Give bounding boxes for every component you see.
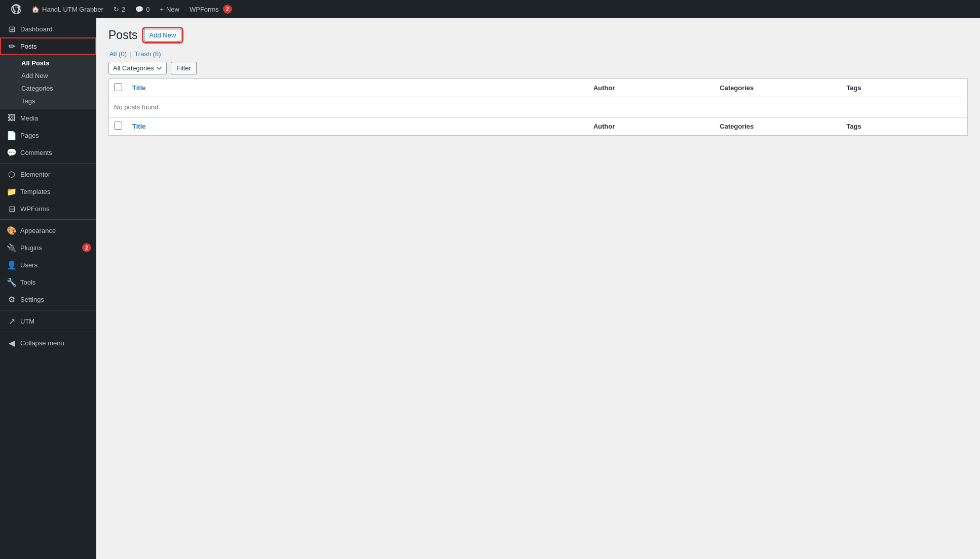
- sidebar-item-settings[interactable]: ⚙ Settings: [0, 291, 96, 308]
- table-footer-author: Author: [588, 117, 714, 136]
- adminbar-updates-count: 2: [122, 6, 125, 13]
- filter-button[interactable]: Filter: [171, 62, 197, 74]
- filter-trash-count: (8): [153, 50, 161, 58]
- sidebar-settings-label: Settings: [20, 296, 44, 303]
- add-new-post-label: Add New: [21, 72, 48, 79]
- sidebar-appearance-label: Appearance: [20, 227, 56, 234]
- wpforms-icon: ⊟: [7, 204, 16, 213]
- table-header-title: Title: [127, 79, 588, 97]
- page-header: Posts Add New: [108, 28, 968, 42]
- main-content: Posts Add New All (0) | Trash (8) All Ca…: [96, 18, 980, 559]
- filter-all-count: (0): [119, 50, 127, 58]
- appearance-icon: 🎨: [7, 226, 16, 235]
- sidebar-item-users[interactable]: 👤 Users: [0, 256, 96, 273]
- table-controls: All Categories Filter: [108, 62, 968, 74]
- sidebar-item-tools[interactable]: 🔧 Tools: [0, 273, 96, 291]
- table-footer-title-link[interactable]: Title: [132, 123, 146, 130]
- all-posts-label: All Posts: [21, 59, 50, 67]
- sidebar-divider-2: [0, 219, 96, 220]
- adminbar-wpforms-badge: 2: [223, 5, 232, 14]
- collapse-icon: ◀: [7, 338, 16, 347]
- sidebar-item-posts[interactable]: ✏ Posts: [0, 37, 96, 55]
- sidebar-item-elementor[interactable]: ⬡ Elementor: [0, 166, 96, 183]
- utm-icon: ↗: [7, 316, 16, 326]
- sidebar-item-media[interactable]: 🖼 Media: [0, 109, 96, 127]
- table-no-posts-row: No posts found.: [109, 97, 968, 117]
- table-header-title-link[interactable]: Title: [132, 84, 146, 92]
- sidebar-pages-label: Pages: [20, 132, 39, 139]
- sidebar-wpforms-label: WPForms: [20, 205, 50, 213]
- footer-select-all-checkbox[interactable]: [114, 122, 122, 130]
- adminbar-new[interactable]: + New: [155, 0, 184, 18]
- home-icon: 🏠: [31, 6, 40, 13]
- sidebar-item-plugins[interactable]: 🔌 Plugins 2: [0, 239, 96, 256]
- filter-all-label: All: [109, 50, 117, 58]
- table-header-row: Title Author Categories Tags: [109, 79, 968, 97]
- sidebar-item-templates[interactable]: 📁 Templates: [0, 183, 96, 200]
- sidebar-item-categories[interactable]: Categories: [0, 82, 96, 95]
- sidebar-section-main: ⊞ Dashboard ✏ Posts All Posts Add New Ca…: [0, 18, 96, 353]
- sidebar-item-dashboard[interactable]: ⊞ Dashboard: [0, 20, 96, 37]
- sidebar-divider-4: [0, 332, 96, 332]
- add-new-button[interactable]: Add New: [144, 29, 182, 42]
- sidebar-divider-3: [0, 310, 96, 310]
- sidebar-item-collapse[interactable]: ◀ Collapse menu: [0, 334, 96, 351]
- table-footer-title: Title: [127, 117, 588, 136]
- dashboard-icon: ⊞: [7, 24, 16, 33]
- sidebar-utm-label: UTM: [20, 317, 34, 325]
- sidebar-item-all-posts[interactable]: All Posts: [0, 57, 96, 69]
- table-header-author: Author: [588, 79, 714, 97]
- categories-label: Categories: [21, 85, 53, 92]
- sidebar-item-add-new-post[interactable]: Add New: [0, 69, 96, 82]
- categories-select[interactable]: All Categories: [108, 62, 167, 74]
- comments-icon: 💬: [135, 6, 143, 13]
- sidebar-divider-1: [0, 163, 96, 164]
- adminbar-comments[interactable]: 💬 0: [130, 0, 155, 18]
- sidebar-comments-label: Comments: [20, 149, 52, 156]
- sidebar-users-label: Users: [20, 261, 37, 269]
- sidebar-item-comments[interactable]: 💬 Comments: [0, 144, 96, 161]
- filter-all-link[interactable]: All (0): [108, 50, 128, 58]
- elementor-icon: ⬡: [7, 170, 16, 179]
- sidebar-plugins-label: Plugins: [20, 244, 42, 252]
- adminbar-updates[interactable]: ↻ 2: [108, 0, 130, 18]
- sidebar-item-pages[interactable]: 📄 Pages: [0, 127, 96, 144]
- comments-icon: 💬: [7, 148, 16, 157]
- sidebar-elementor-label: Elementor: [20, 171, 50, 178]
- sidebar-tools-label: Tools: [20, 278, 35, 286]
- filter-bar: All (0) | Trash (8): [108, 50, 968, 58]
- table-footer-row: Title Author Categories Tags: [109, 117, 968, 136]
- page-title: Posts: [108, 28, 138, 42]
- layout: ⊞ Dashboard ✏ Posts All Posts Add New Ca…: [0, 18, 980, 559]
- select-all-checkbox[interactable]: [114, 83, 122, 91]
- wp-logo[interactable]: [6, 0, 26, 18]
- adminbar-wpforms-label: WPForms: [190, 6, 219, 13]
- adminbar-wpforms[interactable]: WPForms 2: [184, 0, 237, 18]
- plugins-icon: 🔌: [7, 243, 16, 252]
- table-header-categories: Categories: [714, 79, 841, 97]
- sidebar-posts-label: Posts: [20, 43, 37, 50]
- adminbar-site-name: HandL UTM Grabber: [42, 6, 103, 13]
- posts-table: Title Author Categories Tags No posts fo…: [108, 78, 968, 136]
- sidebar-collapse-label: Collapse menu: [20, 339, 64, 347]
- sidebar-item-utm[interactable]: ↗ UTM: [0, 312, 96, 330]
- sidebar-templates-label: Templates: [20, 188, 50, 195]
- table-footer-checkbox: [109, 117, 128, 136]
- table-header-tags: Tags: [841, 79, 967, 97]
- no-posts-message: No posts found.: [109, 97, 968, 117]
- settings-icon: ⚙: [7, 295, 16, 304]
- filter-trash-label: Trash: [134, 50, 151, 58]
- sidebar-posts-submenu: All Posts Add New Categories Tags: [0, 55, 96, 109]
- updates-icon: ↻: [114, 6, 119, 13]
- admin-bar: 🏠 HandL UTM Grabber ↻ 2 💬 0 + New WPForm…: [0, 0, 980, 18]
- sidebar-item-tags[interactable]: Tags: [0, 95, 96, 107]
- sidebar-item-wpforms[interactable]: ⊟ WPForms: [0, 200, 96, 217]
- posts-icon: ✏: [7, 42, 16, 51]
- sidebar: ⊞ Dashboard ✏ Posts All Posts Add New Ca…: [0, 18, 96, 559]
- adminbar-site[interactable]: 🏠 HandL UTM Grabber: [26, 0, 108, 18]
- sidebar-item-appearance[interactable]: 🎨 Appearance: [0, 222, 96, 239]
- filter-trash-link[interactable]: Trash (8): [133, 50, 162, 58]
- tools-icon: 🔧: [7, 277, 16, 287]
- templates-icon: 📁: [7, 187, 16, 196]
- adminbar-new-label: New: [166, 6, 179, 13]
